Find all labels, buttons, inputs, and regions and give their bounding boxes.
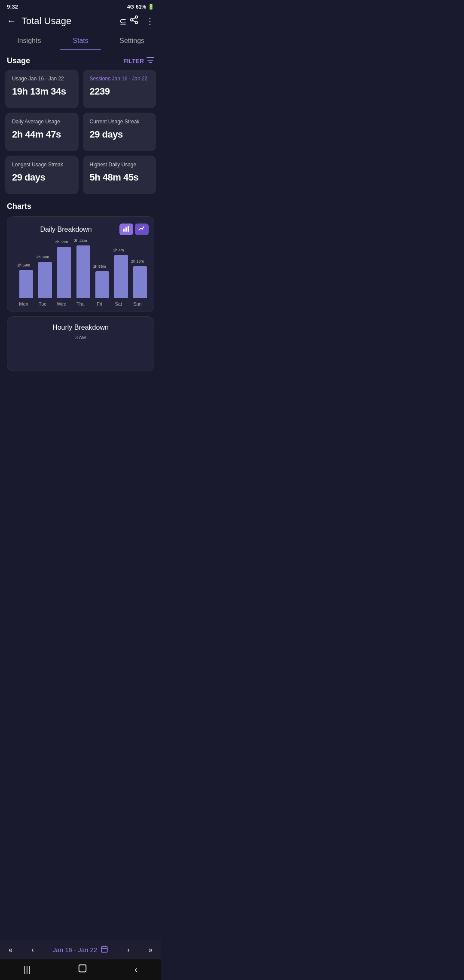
stat-value-longest-streak: 29 days [12, 172, 72, 183]
bar-group-mon: 1h 59mMon [14, 263, 33, 306]
stat-label-streak: Current Usage Streak [90, 119, 150, 126]
charts-section: Charts Daily Breakdown [5, 199, 156, 371]
daily-chart-title: Daily Breakdown [12, 226, 119, 233]
stat-card-sessions: Sessions Jan 16 - Jan 22 2239 [83, 70, 156, 108]
bar-element [95, 271, 109, 298]
bar-day-label: Tue [39, 301, 47, 306]
bar-group-tue: 2h 34mTue [33, 255, 52, 306]
bar-group-fri: 1h 55mFri [90, 264, 109, 306]
status-signal: 4G [127, 4, 134, 10]
bar-group-thu: 3h 44mThu [71, 239, 90, 306]
charts-title: Charts [7, 202, 154, 211]
battery-icon: 🔋 [148, 4, 154, 10]
bar-chart: 1h 59mMon2h 34mTue3h 38mWed3h 44mThu1h 5… [12, 242, 149, 306]
bar-element [76, 245, 90, 298]
usage-section-title: Usage [7, 56, 30, 65]
tabs-bar: Insights Stats Settings [3, 32, 158, 50]
bar-group-wed: 3h 38mWed [52, 240, 71, 306]
svg-rect-9 [125, 227, 127, 232]
stat-card-daily-avg: Daily Average Usage 2h 44m 47s [5, 113, 79, 151]
more-menu-button[interactable]: ⋮ [146, 16, 154, 26]
bar-group-sat: 3h 4mSat [109, 248, 128, 306]
svg-rect-5 [147, 57, 154, 58]
bar-day-label: Sun [133, 301, 142, 306]
bar-top-label: 2h 34m [36, 255, 49, 259]
bar-chart-toggle[interactable] [119, 224, 133, 235]
daily-breakdown-card: Daily Breakdown [7, 216, 154, 312]
chart-toggle [119, 224, 149, 235]
bar-top-label: 2h 16m [131, 259, 144, 263]
hourly-breakdown-card: Hourly Breakdown 3 AM [7, 316, 154, 371]
tab-stats[interactable]: Stats [55, 32, 107, 50]
hourly-chart-title: Hourly Breakdown [12, 324, 149, 331]
chart-header: Daily Breakdown [12, 224, 149, 235]
status-time: 9:32 [7, 3, 18, 10]
bar-top-label: 3h 38m [55, 240, 68, 244]
stat-card-streak: Current Usage Streak 29 days [83, 113, 156, 151]
tab-settings[interactable]: Settings [106, 32, 158, 50]
status-bar: 9:32 4G 61% 🔋 [0, 0, 161, 12]
svg-rect-6 [147, 60, 153, 61]
bar-day-label: Wed [57, 301, 66, 306]
page-title: Total Usage [21, 15, 114, 27]
tab-insights[interactable]: Insights [3, 32, 55, 50]
bar-element [38, 262, 52, 298]
status-battery: 61% [136, 4, 146, 10]
bar-group-sun: 2h 16mSun [128, 259, 147, 306]
line-chart-toggle[interactable] [135, 224, 149, 235]
stat-label-longest-streak: Longest Usage Streak [12, 162, 72, 168]
header: ← Total Usage ⊆ ⋮ [0, 12, 161, 32]
usage-section-header: Usage FILTER [5, 50, 156, 70]
svg-rect-10 [128, 226, 129, 232]
stats-grid: Usage Jan 16 - Jan 22 19h 13m 34s Sessio… [5, 70, 156, 194]
svg-rect-7 [149, 62, 152, 63]
filter-icon [147, 57, 154, 64]
bar-element [19, 270, 33, 298]
bar-top-label: 1h 59m [17, 263, 30, 267]
stat-value-usage: 19h 13m 34s [12, 86, 72, 97]
bar-day-label: Sat [115, 301, 122, 306]
stat-label-usage: Usage Jan 16 - Jan 22 [12, 76, 72, 83]
stat-label-highest-daily: Highest Daily Usage [90, 162, 150, 168]
stat-card-usage: Usage Jan 16 - Jan 22 19h 13m 34s [5, 70, 79, 108]
back-button[interactable]: ← [7, 15, 16, 27]
bar-day-label: Fri [97, 301, 102, 306]
content-area: Usage FILTER Usage Jan 16 - Jan 22 19h 1… [0, 50, 161, 371]
bar-day-label: Thu [76, 301, 85, 306]
svg-line-3 [133, 20, 135, 22]
bar-element [114, 255, 128, 298]
svg-line-4 [133, 18, 135, 19]
bar-top-label: 3h 44m [74, 239, 87, 243]
header-actions: ⊆ ⋮ [119, 15, 154, 27]
stat-label-sessions: Sessions Jan 16 - Jan 22 [90, 76, 150, 83]
stat-value-highest-daily: 5h 48m 45s [90, 172, 150, 183]
svg-rect-8 [123, 229, 125, 232]
bar-top-label: 1h 55m [93, 264, 106, 269]
bar-element [133, 266, 147, 298]
stat-value-sessions: 2239 [90, 86, 150, 97]
stat-card-highest-daily: Highest Daily Usage 5h 48m 45s [83, 156, 156, 194]
hourly-time-label: 3 AM [12, 335, 149, 340]
bar-top-label: 3h 4m [113, 248, 124, 252]
stat-card-longest-streak: Longest Usage Streak 29 days [5, 156, 79, 194]
stat-value-streak: 29 days [90, 129, 150, 140]
filter-button[interactable]: FILTER [123, 57, 154, 64]
bar-element [57, 247, 71, 298]
stat-label-daily-avg: Daily Average Usage [12, 119, 72, 126]
bar-day-label: Mon [19, 301, 28, 306]
stat-value-daily-avg: 2h 44m 47s [12, 129, 72, 140]
status-right: 4G 61% 🔋 [127, 4, 154, 10]
share-button[interactable]: ⊆ [119, 15, 139, 27]
